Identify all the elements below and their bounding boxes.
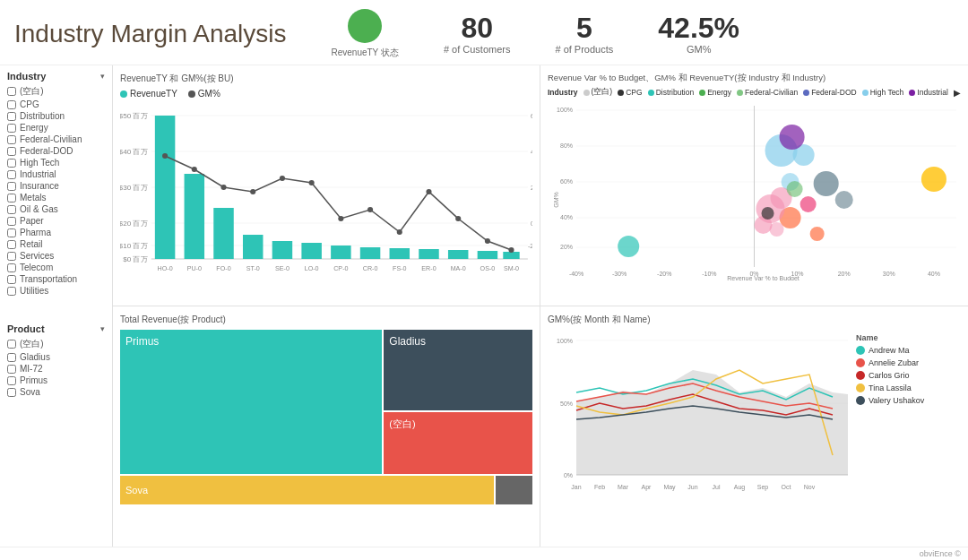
- product-chevron-icon[interactable]: ▾: [100, 324, 105, 333]
- svg-text:ST-0: ST-0: [246, 265, 260, 271]
- svg-point-37: [508, 247, 514, 253]
- status-kpi: RevenueTY 状态: [331, 9, 398, 59]
- svg-text:FS-0: FS-0: [393, 265, 407, 271]
- gm-value: 42.5%: [658, 13, 739, 42]
- svg-text:50%: 50%: [560, 401, 573, 407]
- svg-text:Sep: Sep: [757, 484, 769, 491]
- svg-point-93: [787, 181, 803, 197]
- svg-rect-18: [331, 246, 350, 259]
- svg-text:0%: 0%: [531, 220, 532, 227]
- treemap-gladius[interactable]: Gladius: [384, 330, 532, 411]
- product-filter-item[interactable]: (空白): [7, 337, 105, 351]
- industry-filter-item[interactable]: Utilities: [7, 285, 105, 297]
- svg-text:40%: 40%: [531, 149, 532, 155]
- svg-text:GM%: GM%: [553, 192, 559, 207]
- svg-point-25: [162, 153, 168, 159]
- industry-filter-item[interactable]: Energy: [7, 122, 105, 134]
- gm-kpi: 42.5% GM%: [658, 13, 739, 55]
- svg-text:Apr: Apr: [642, 484, 653, 491]
- industry-filter-item[interactable]: Distribution: [7, 110, 105, 122]
- industry-filter-item[interactable]: Pharma: [7, 227, 105, 238]
- treemap-primus[interactable]: Primus: [120, 330, 382, 474]
- svg-point-29: [280, 176, 285, 181]
- svg-text:HO-0: HO-0: [158, 265, 173, 271]
- industry-filter-item[interactable]: Oil & Gas: [7, 203, 105, 215]
- svg-text:SE-0: SE-0: [275, 265, 290, 271]
- industry-filter-item[interactable]: CPG: [7, 99, 105, 110]
- svg-point-82: [618, 236, 639, 257]
- product-filter-title: Product: [7, 323, 45, 334]
- customers-kpi: 80 # of Customers: [444, 13, 511, 55]
- svg-text:CR-0: CR-0: [363, 265, 378, 271]
- svg-point-33: [397, 229, 402, 235]
- industry-filter-item[interactable]: Insurance: [7, 180, 105, 192]
- industry-filter-item[interactable]: Federal-DOD: [7, 145, 105, 157]
- treemap-blank[interactable]: (空白): [384, 412, 532, 473]
- scatter-chart-svg: 100% 80% 60% 40% 20% GM%: [548, 101, 961, 280]
- svg-point-90: [814, 171, 839, 196]
- customers-value: 80: [461, 13, 493, 42]
- product-filter-item[interactable]: MI-72: [7, 363, 105, 375]
- industry-chevron-icon[interactable]: ▾: [100, 72, 105, 81]
- line-chart-svg: 100% 50% 0%: [548, 330, 852, 504]
- svg-point-92: [921, 167, 946, 192]
- svg-point-27: [220, 185, 226, 190]
- svg-text:Jul: Jul: [713, 484, 721, 490]
- svg-point-84: [810, 227, 825, 241]
- svg-text:Feb: Feb: [594, 484, 605, 490]
- industry-filter-item[interactable]: High Tech: [7, 157, 105, 168]
- industry-filter-item[interactable]: Metals: [7, 192, 105, 203]
- svg-text:Mar: Mar: [618, 484, 629, 490]
- svg-point-36: [485, 238, 490, 244]
- svg-text:$30 百万: $30 百万: [120, 184, 148, 192]
- svg-text:Aug: Aug: [734, 484, 746, 491]
- svg-text:$20 百万: $20 百万: [120, 220, 148, 228]
- svg-point-30: [309, 180, 315, 185]
- svg-text:$40 百万: $40 百万: [120, 148, 148, 156]
- product-filter-item[interactable]: Primus: [7, 375, 105, 386]
- svg-text:30%: 30%: [883, 271, 895, 277]
- industry-filter-item[interactable]: Federal-Civilian: [7, 134, 105, 145]
- bar-chart-svg: $50 百万 $40 百万 $30 百万 $20 百万 $10 百万 $0 百万: [120, 102, 532, 272]
- product-filter-item[interactable]: Gladius: [7, 351, 105, 363]
- treemap-extra[interactable]: [496, 476, 532, 504]
- footer-label: obviEnce ©: [920, 549, 961, 558]
- scatter-chart-title: Revenue Var % to Budget、GM% 和 RevenueTY(…: [548, 73, 961, 84]
- svg-text:Revenue Var % to Budget: Revenue Var % to Budget: [727, 275, 799, 280]
- svg-text:100%: 100%: [557, 338, 573, 344]
- status-circle: [348, 9, 382, 43]
- industry-filter-item[interactable]: Paper: [7, 215, 105, 227]
- svg-text:60%: 60%: [531, 113, 532, 119]
- customers-label: # of Customers: [444, 44, 511, 55]
- treemap-title: Total Revenue(按 Product): [120, 314, 532, 326]
- industry-filter-item[interactable]: Retail: [7, 238, 105, 250]
- svg-text:20%: 20%: [560, 244, 573, 250]
- industry-filter-item[interactable]: Transportation: [7, 273, 105, 285]
- industry-filter-item[interactable]: Services: [7, 250, 105, 262]
- treemap-sova[interactable]: Sova: [120, 476, 494, 504]
- svg-text:-40%: -40%: [569, 271, 583, 277]
- products-kpi: 5 # of Products: [555, 13, 613, 55]
- svg-rect-17: [301, 243, 321, 259]
- svg-text:-30%: -30%: [612, 271, 627, 277]
- svg-rect-13: [185, 174, 204, 259]
- product-filter-item[interactable]: Sova: [7, 386, 105, 398]
- scatter-more-icon[interactable]: ▶: [954, 88, 961, 98]
- industry-filter-item[interactable]: (空白): [7, 84, 105, 99]
- svg-text:80%: 80%: [560, 142, 573, 149]
- svg-rect-12: [155, 116, 175, 259]
- svg-text:Nov: Nov: [804, 484, 816, 490]
- industry-filter-title: Industry: [7, 71, 46, 82]
- svg-text:Oct: Oct: [782, 484, 791, 490]
- svg-text:LO-0: LO-0: [305, 265, 319, 271]
- treemap-panel: Total Revenue(按 Product) Primus Gladius: [113, 306, 540, 547]
- gm-label: GM%: [687, 44, 712, 55]
- svg-point-31: [338, 216, 343, 221]
- svg-point-81: [780, 125, 805, 150]
- industry-filter-item[interactable]: Industrial: [7, 168, 105, 180]
- svg-text:Jun: Jun: [687, 484, 697, 490]
- svg-text:$10 百万: $10 百万: [120, 242, 148, 250]
- svg-point-89: [770, 222, 784, 237]
- industry-filter-item[interactable]: Telecom: [7, 262, 105, 273]
- footer: obviEnce ©: [0, 547, 968, 560]
